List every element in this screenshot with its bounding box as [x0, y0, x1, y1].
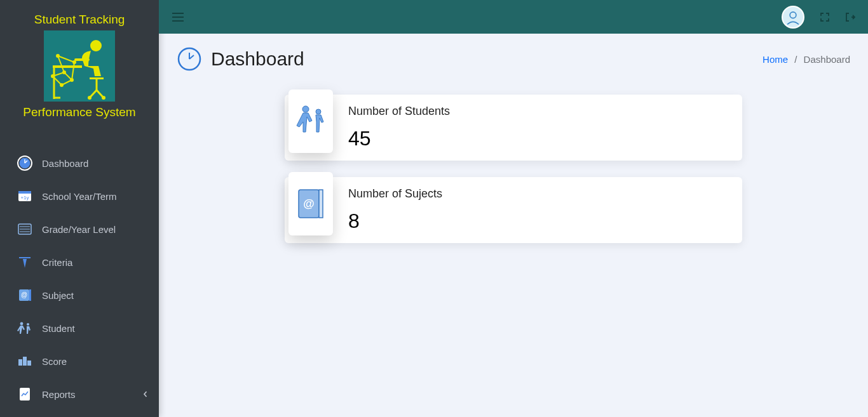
- subjects-card-value: 8: [348, 209, 442, 233]
- page-header: Dashboard Home / Dashboard: [177, 46, 850, 72]
- students-card-icon-box: [288, 89, 333, 153]
- page-title: Dashboard: [211, 48, 304, 70]
- sidebar-item-dashboard[interactable]: Dashboard: [4, 147, 155, 179]
- brand-line-2: Performance System: [4, 105, 155, 119]
- sidebar: Student Tracking: [0, 0, 159, 417]
- list-icon: [17, 221, 33, 237]
- svg-point-54: [316, 109, 321, 114]
- svg-rect-41: [23, 357, 27, 366]
- topbar: [159, 0, 868, 34]
- breadcrumb-current: Dashboard: [804, 54, 850, 65]
- stats-cards: Number of Students 45 @ Number of Suject…: [285, 95, 742, 243]
- content: Dashboard Home / Dashboard Number of Stu…: [159, 34, 868, 256]
- svg-rect-0: [53, 65, 82, 68]
- svg-rect-43: [27, 361, 31, 366]
- user-avatar[interactable]: [782, 6, 804, 29]
- svg-point-39: [20, 322, 24, 326]
- sidebar-nav: Dashboard +1y School Year/Term Grade/Yea…: [0, 127, 159, 410]
- svg-text:@: @: [21, 291, 27, 298]
- sidebar-item-student[interactable]: Student: [4, 312, 155, 344]
- svg-rect-42: [18, 359, 22, 366]
- svg-point-40: [27, 323, 29, 326]
- svg-rect-56: [319, 190, 323, 218]
- svg-point-48: [790, 11, 796, 18]
- sidebar-item-score[interactable]: Score: [4, 345, 155, 377]
- subjects-card: @ Number of Sujects 8: [285, 177, 742, 243]
- sidebar-item-label: School Year/Term: [42, 191, 117, 202]
- report-icon: [17, 386, 33, 402]
- students-card: Number of Students 45: [285, 95, 742, 161]
- sidebar-item-label: Score: [42, 356, 67, 367]
- brand-line-1: Student Tracking: [4, 13, 155, 27]
- hamburger-icon[interactable]: [170, 10, 186, 25]
- brand-logo: [44, 30, 115, 102]
- svg-rect-17: [74, 58, 90, 61]
- svg-text:@: @: [303, 197, 315, 210]
- sidebar-item-school-year[interactable]: +1y School Year/Term: [4, 180, 155, 212]
- main-area: Dashboard Home / Dashboard Number of Stu…: [159, 0, 868, 417]
- svg-point-23: [102, 96, 105, 100]
- book-icon: @: [17, 287, 33, 303]
- subjects-card-label: Number of Sujects: [348, 187, 442, 201]
- sidebar-item-label: Subject: [42, 290, 74, 301]
- svg-line-12: [62, 80, 72, 85]
- clock-icon: [177, 46, 202, 72]
- svg-point-53: [302, 106, 309, 112]
- students-card-value: 45: [348, 127, 450, 150]
- students-card-label: Number of Students: [348, 105, 450, 118]
- address-book-icon: @: [296, 187, 325, 220]
- podium-icon: [17, 353, 33, 369]
- svg-rect-29: [18, 191, 31, 194]
- brand-block: Student Tracking: [0, 0, 159, 127]
- breadcrumb: Home / Dashboard: [763, 54, 850, 65]
- svg-line-15: [64, 72, 72, 80]
- sidebar-item-label: Dashboard: [42, 158, 88, 169]
- sidebar-item-label: Grade/Year Level: [42, 224, 116, 235]
- clock-icon: [17, 155, 33, 171]
- svg-rect-37: [29, 289, 31, 301]
- walking-people-icon: [295, 104, 326, 138]
- sidebar-item-criteria[interactable]: Criteria: [4, 246, 155, 278]
- svg-text:+1y: +1y: [20, 195, 29, 201]
- svg-rect-18: [90, 77, 104, 79]
- svg-point-22: [88, 96, 92, 100]
- sidebar-item-label: Student: [42, 323, 75, 334]
- svg-line-13: [72, 62, 74, 80]
- sidebar-item-label: Criteria: [42, 257, 72, 268]
- chevron-left-icon: [142, 391, 149, 397]
- calendar-icon: +1y: [17, 188, 33, 204]
- sidebar-item-subject[interactable]: @ Subject: [4, 279, 155, 311]
- sidebar-item-label: Reports: [42, 389, 76, 400]
- svg-point-16: [90, 40, 102, 51]
- logout-icon[interactable]: [845, 12, 855, 22]
- sidebar-item-grade-level[interactable]: Grade/Year Level: [4, 213, 155, 245]
- pen-down-icon: [17, 254, 33, 270]
- subjects-card-icon-box: @: [288, 172, 333, 235]
- fullscreen-icon[interactable]: [820, 12, 830, 22]
- walking-people-icon: [17, 320, 33, 336]
- breadcrumb-sep: /: [790, 54, 801, 65]
- breadcrumb-home-link[interactable]: Home: [763, 54, 788, 65]
- sidebar-item-reports[interactable]: Reports: [4, 378, 155, 410]
